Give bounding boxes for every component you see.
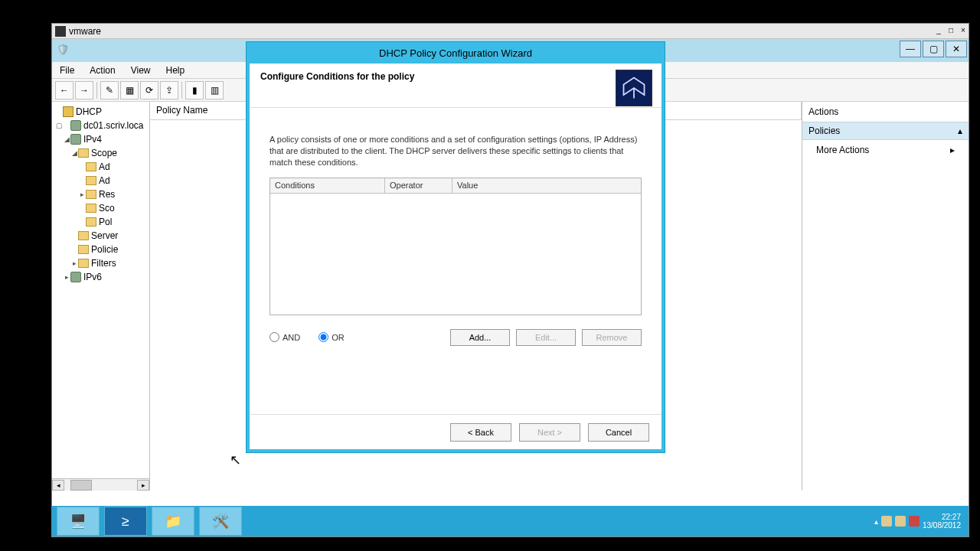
wizard-description: A policy consists of one or more conditi… [270, 134, 642, 168]
edit-button: Edit... [516, 329, 576, 346]
ipv6-icon [70, 272, 81, 282]
tray-icon[interactable] [881, 516, 892, 527]
tray-icon[interactable] [895, 516, 906, 527]
taskbar-powershell-icon[interactable]: ≥ [104, 507, 147, 536]
expand-icon[interactable]: ◢ [70, 149, 78, 157]
folder-icon [78, 245, 89, 254]
wizard-heading: Configure Conditions for the policy [260, 71, 414, 82]
toolbar-edit-icon[interactable]: ✎ [100, 81, 119, 99]
vmware-max-icon[interactable]: □ [946, 26, 956, 37]
wizard-header-icon [616, 70, 652, 106]
tree-ipv4[interactable]: IPv4 [83, 134, 102, 145]
vmware-close-icon[interactable]: × [958, 26, 969, 37]
back-button[interactable]: < Back [450, 423, 511, 442]
folder-icon [86, 162, 96, 171]
toolbar-refresh-icon[interactable]: ⟳ [140, 81, 158, 99]
minimize-button[interactable]: — [900, 41, 921, 57]
col-operator[interactable]: Operator [385, 178, 452, 193]
expand-icon[interactable]: ▸ [70, 259, 78, 267]
vmware-icon [55, 26, 66, 37]
expand-icon[interactable]: ▢ [55, 122, 63, 129]
scroll-thumb[interactable] [70, 480, 92, 491]
folder-icon [86, 176, 96, 185]
actions-more[interactable]: More Actions ▸ [802, 140, 969, 160]
tree-policies[interactable]: Policie [91, 244, 118, 255]
wizard-footer: < Back Next > Cancel [250, 414, 662, 449]
conditions-table: Conditions Operator Value [270, 178, 642, 315]
expand-icon[interactable]: ◢ [63, 135, 70, 143]
scroll-left-icon[interactable]: ◂ [52, 480, 64, 491]
tree-item[interactable]: Pol [99, 217, 112, 227]
taskbar-server-manager-icon[interactable]: 🖥️ [57, 507, 100, 536]
col-conditions[interactable]: Conditions [270, 178, 385, 193]
menu-file[interactable]: File [52, 65, 82, 76]
tree-item[interactable]: Res [99, 189, 115, 200]
menu-help[interactable]: Help [158, 65, 193, 76]
tree-pane: DHCP ▢dc01.scriv.loca ◢IPv4 ◢Scope Ad Ad… [52, 102, 150, 491]
wizard-title: DHCP Policy Configuration Wizard [247, 42, 665, 64]
actions-title: Actions [802, 102, 969, 122]
add-button[interactable]: Add... [450, 329, 510, 346]
tree-item[interactable]: Ad [99, 161, 110, 172]
tree-server-options[interactable]: Server [91, 230, 118, 241]
chevron-right-icon: ▸ [950, 145, 955, 155]
folder-icon [78, 259, 89, 268]
remove-button: Remove [582, 329, 642, 346]
radio-or[interactable]: OR [318, 332, 345, 342]
dhcp-app-icon: 🛡️ [57, 44, 70, 57]
dhcp-root-icon [63, 106, 74, 117]
tree-ipv6[interactable]: IPv6 [83, 272, 102, 282]
col-policy-name[interactable]: Policy Name [150, 102, 250, 119]
taskbar-dhcp-icon[interactable]: 🛠️ [199, 507, 242, 536]
next-button: Next > [519, 423, 580, 442]
maximize-button[interactable]: ▢ [923, 41, 944, 57]
toolbar-help-icon[interactable]: ▮ [185, 81, 204, 99]
tree-scrollbar[interactable]: ◂ ▸ [52, 478, 149, 491]
toolbar-export-icon[interactable]: ⇪ [160, 81, 178, 99]
cancel-button[interactable]: Cancel [588, 423, 649, 442]
folder-icon [86, 190, 96, 199]
folder-icon [78, 148, 89, 158]
ipv4-icon [70, 134, 81, 145]
expand-icon[interactable]: ▸ [63, 273, 70, 281]
tray-show-hidden-icon[interactable]: ▴ [874, 517, 878, 526]
tree-scope[interactable]: Scope [91, 148, 117, 158]
system-tray: ▴ 22:27 13/08/2012 [874, 513, 969, 530]
tree-item[interactable]: Sco [99, 203, 115, 214]
toolbar-forward-icon[interactable]: → [75, 81, 93, 99]
tree-server[interactable]: dc01.scriv.loca [83, 120, 143, 131]
toolbar-list-icon[interactable]: ▥ [205, 81, 224, 99]
tray-icon[interactable] [909, 516, 920, 527]
menu-view[interactable]: View [123, 65, 158, 76]
vmware-min-icon[interactable]: _ [933, 26, 944, 37]
vmware-title: vmware [69, 26, 101, 37]
toolbar-back-icon[interactable]: ← [55, 81, 74, 99]
taskbar: 🖥️ ≥ 📁 🛠️ ▴ 22:27 13/08/2012 [52, 506, 969, 536]
scroll-right-icon[interactable]: ▸ [137, 480, 149, 491]
folder-icon [78, 231, 89, 240]
folder-icon [86, 217, 96, 227]
tree-filters[interactable]: Filters [91, 258, 116, 269]
taskbar-explorer-icon[interactable]: 📁 [152, 507, 194, 536]
taskbar-clock[interactable]: 22:27 13/08/2012 [923, 513, 961, 530]
wizard-dialog: DHCP Policy Configuration Wizard Configu… [247, 42, 665, 452]
vmware-titlebar: vmware _ □ × [52, 24, 969, 39]
collapse-icon[interactable]: ▴ [958, 126, 962, 136]
close-button[interactable]: ✕ [946, 41, 967, 57]
expand-icon[interactable]: ▸ [78, 191, 86, 198]
actions-pane: Actions Policies ▴ More Actions ▸ [802, 102, 969, 491]
toolbar-view-icon[interactable]: ▦ [120, 81, 139, 99]
tree-root[interactable]: DHCP [76, 106, 102, 117]
col-value[interactable]: Value [452, 178, 641, 193]
actions-section[interactable]: Policies ▴ [802, 122, 969, 140]
menu-action[interactable]: Action [82, 65, 122, 76]
server-icon [70, 120, 81, 131]
tree-item[interactable]: Ad [99, 175, 110, 186]
radio-and[interactable]: AND [270, 332, 300, 342]
wizard-header: Configure Conditions for the policy [250, 64, 662, 108]
folder-icon [86, 204, 96, 213]
